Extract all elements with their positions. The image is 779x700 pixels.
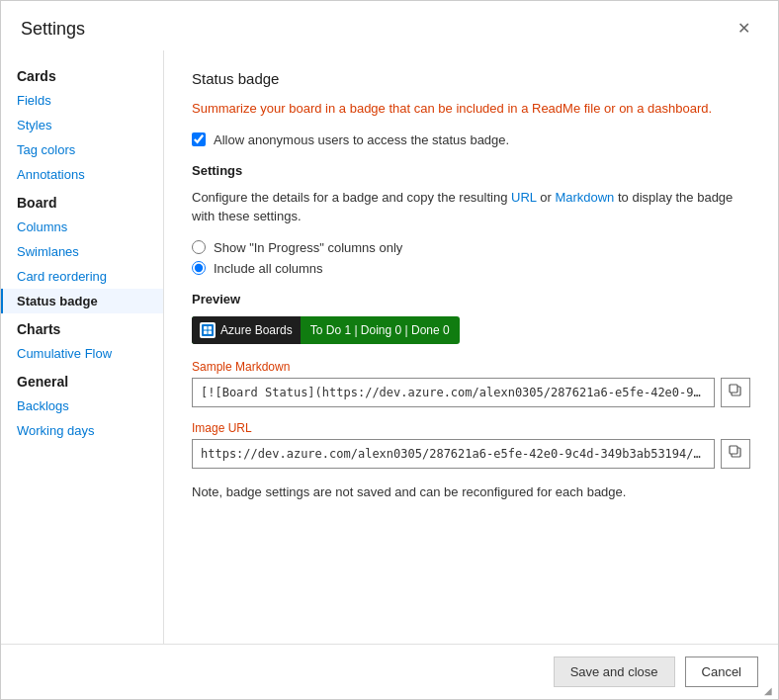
image-url-row [192, 439, 750, 469]
badge-stat-text: To Do 1 | Doing 0 | Done 0 [310, 323, 450, 337]
sample-markdown-label: Sample Markdown [192, 360, 750, 374]
save-close-button[interactable]: Save and close [554, 656, 675, 687]
svg-rect-3 [204, 330, 208, 334]
sidebar-item-status-badge[interactable]: Status badge [1, 289, 163, 313]
svg-rect-1 [204, 326, 208, 330]
anon-checkbox[interactable] [192, 132, 206, 146]
badge-logo: Azure Boards [192, 316, 301, 344]
dialog-body: Cards Fields Styles Tag colors Annotatio… [1, 50, 778, 644]
anon-access-row: Allow anonymous users to access the stat… [192, 132, 750, 147]
image-url-label: Image URL [192, 421, 750, 435]
settings-label: Settings [192, 163, 750, 178]
copy-markdown-icon [729, 384, 742, 400]
sidebar-item-columns[interactable]: Columns [1, 215, 163, 239]
sidebar-section-general: General [1, 366, 163, 394]
preview-label: Preview [192, 292, 750, 306]
radio-group: Show "In Progress" columns only Include … [192, 240, 750, 276]
image-url-group: Image URL [192, 421, 750, 469]
sample-markdown-row [192, 378, 750, 407]
sample-markdown-group: Sample Markdown [192, 360, 750, 407]
radio-row-in-progress: Show "In Progress" columns only [192, 240, 750, 255]
copy-url-icon [729, 445, 742, 462]
close-button[interactable]: ✕ [730, 17, 758, 41]
svg-rect-4 [209, 330, 213, 334]
badge-logo-text: Azure Boards [220, 323, 293, 337]
sidebar-section-board: Board [1, 187, 163, 215]
radio-all-columns-label: Include all columns [214, 261, 323, 276]
settings-dialog: Settings ✕ Cards Fields Styles Tag color… [0, 0, 779, 700]
info-text: Summarize your board in a badge that can… [192, 99, 750, 119]
main-content: Status badge Summarize your board in a b… [164, 50, 778, 644]
dialog-header: Settings ✕ [1, 1, 778, 50]
sidebar-item-backlogs[interactable]: Backlogs [1, 394, 163, 418]
image-url-input[interactable] [192, 439, 715, 469]
azure-boards-icon [200, 322, 216, 338]
sidebar-item-annotations[interactable]: Annotations [1, 162, 163, 187]
svg-rect-8 [730, 446, 737, 454]
svg-rect-2 [209, 326, 213, 330]
sidebar-item-swimlanes[interactable]: Swimlanes [1, 239, 163, 264]
dialog-title: Settings [21, 19, 85, 40]
sidebar-item-card-reordering[interactable]: Card reordering [1, 264, 163, 289]
radio-in-progress-label: Show "In Progress" columns only [214, 240, 402, 255]
svg-rect-0 [202, 324, 214, 336]
main-section-title: Status badge [192, 70, 750, 87]
radio-in-progress[interactable] [192, 240, 206, 254]
anon-label: Allow anonymous users to access the stat… [214, 132, 509, 147]
badge-preview: Azure Boards To Do 1 | Doing 0 | Done 0 [192, 316, 460, 344]
badge-stats: To Do 1 | Doing 0 | Done 0 [301, 316, 460, 344]
copy-url-button[interactable] [721, 439, 750, 469]
sidebar-item-fields[interactable]: Fields [1, 88, 163, 113]
radio-row-all-columns: Include all columns [192, 261, 750, 276]
cancel-button[interactable]: Cancel [685, 656, 758, 687]
resize-handle[interactable]: ◢ [764, 685, 776, 697]
sidebar-section-cards: Cards [1, 60, 163, 88]
sidebar-section-charts: Charts [1, 313, 163, 341]
sidebar: Cards Fields Styles Tag colors Annotatio… [1, 50, 164, 644]
config-text: Configure the details for a badge and co… [192, 188, 750, 226]
dialog-footer: Save and close Cancel [1, 644, 778, 699]
sidebar-item-cumulative-flow[interactable]: Cumulative Flow [1, 341, 163, 366]
copy-markdown-button[interactable] [721, 378, 750, 407]
sidebar-item-working-days[interactable]: Working days [1, 418, 163, 443]
svg-rect-6 [730, 385, 737, 393]
radio-all-columns[interactable] [192, 261, 206, 275]
sidebar-item-styles[interactable]: Styles [1, 113, 163, 137]
note-text: Note, badge settings are not saved and c… [192, 482, 750, 502]
sample-markdown-input[interactable] [192, 378, 715, 407]
sidebar-item-tag-colors[interactable]: Tag colors [1, 137, 163, 162]
